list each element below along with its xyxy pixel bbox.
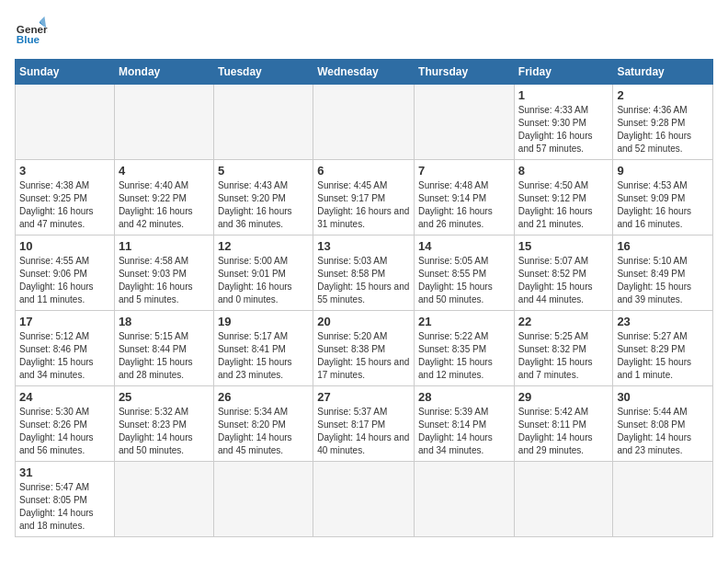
week-row-5: 24Sunrise: 5:30 AMSunset: 8:26 PMDayligh… bbox=[16, 386, 713, 462]
calendar-cell bbox=[213, 85, 313, 160]
day-number: 8 bbox=[518, 164, 609, 178]
calendar-cell: 8Sunrise: 4:50 AMSunset: 9:12 PMDaylight… bbox=[514, 160, 613, 236]
day-header-friday: Friday bbox=[514, 60, 613, 85]
calendar-cell bbox=[213, 462, 313, 537]
day-info: Sunrise: 5:22 AMSunset: 8:35 PMDaylight:… bbox=[418, 330, 510, 382]
day-number: 18 bbox=[119, 315, 210, 328]
calendar-cell: 27Sunrise: 5:37 AMSunset: 8:17 PMDayligh… bbox=[313, 386, 415, 462]
day-info: Sunrise: 4:50 AMSunset: 9:12 PMDaylight:… bbox=[518, 179, 609, 231]
day-header-saturday: Saturday bbox=[613, 60, 713, 85]
day-header-monday: Monday bbox=[114, 60, 213, 85]
day-info: Sunrise: 4:43 AMSunset: 9:20 PMDaylight:… bbox=[218, 179, 309, 231]
day-info: Sunrise: 5:30 AMSunset: 8:26 PMDaylight:… bbox=[19, 406, 110, 457]
day-info: Sunrise: 5:12 AMSunset: 8:46 PMDaylight:… bbox=[19, 330, 110, 382]
calendar-cell: 12Sunrise: 5:00 AMSunset: 9:01 PMDayligh… bbox=[213, 236, 313, 311]
calendar-cell: 18Sunrise: 5:15 AMSunset: 8:44 PMDayligh… bbox=[114, 311, 213, 386]
day-info: Sunrise: 5:42 AMSunset: 8:11 PMDaylight:… bbox=[518, 406, 609, 457]
calendar-cell: 15Sunrise: 5:07 AMSunset: 8:52 PMDayligh… bbox=[514, 236, 613, 311]
day-number: 16 bbox=[617, 239, 709, 253]
day-number: 21 bbox=[418, 315, 510, 328]
calendar-cell bbox=[514, 462, 613, 537]
calendar-cell: 4Sunrise: 4:40 AMSunset: 9:22 PMDaylight… bbox=[114, 160, 213, 236]
day-number: 4 bbox=[119, 164, 210, 178]
calendar-cell bbox=[313, 85, 415, 160]
calendar-cell: 22Sunrise: 5:25 AMSunset: 8:32 PMDayligh… bbox=[514, 311, 613, 386]
day-info: Sunrise: 4:38 AMSunset: 9:25 PMDaylight:… bbox=[19, 179, 110, 231]
calendar-cell: 19Sunrise: 5:17 AMSunset: 8:41 PMDayligh… bbox=[213, 311, 313, 386]
day-info: Sunrise: 5:07 AMSunset: 8:52 PMDaylight:… bbox=[518, 255, 609, 306]
day-header-sunday: Sunday bbox=[16, 60, 115, 85]
calendar-cell bbox=[613, 462, 713, 537]
day-number: 19 bbox=[218, 315, 309, 328]
calendar-cell bbox=[415, 462, 515, 537]
day-number: 5 bbox=[218, 164, 309, 178]
day-info: Sunrise: 5:20 AMSunset: 8:38 PMDaylight:… bbox=[317, 330, 410, 382]
day-number: 10 bbox=[19, 239, 110, 253]
calendar-cell: 2Sunrise: 4:36 AMSunset: 9:28 PMDaylight… bbox=[613, 85, 713, 160]
day-info: Sunrise: 5:03 AMSunset: 8:58 PMDaylight:… bbox=[317, 255, 410, 306]
day-info: Sunrise: 4:53 AMSunset: 9:09 PMDaylight:… bbox=[617, 179, 709, 231]
week-row-6: 31Sunrise: 5:47 AMSunset: 8:05 PMDayligh… bbox=[16, 462, 713, 537]
day-number: 17 bbox=[19, 315, 110, 328]
calendar-cell: 31Sunrise: 5:47 AMSunset: 8:05 PMDayligh… bbox=[16, 462, 115, 537]
calendar-cell: 1Sunrise: 4:33 AMSunset: 9:30 PMDaylight… bbox=[514, 85, 613, 160]
day-number: 14 bbox=[418, 239, 510, 253]
day-number: 9 bbox=[617, 164, 709, 178]
calendar-table: SundayMondayTuesdayWednesdayThursdayFrid… bbox=[15, 59, 713, 537]
day-number: 22 bbox=[518, 315, 609, 328]
day-info: Sunrise: 5:34 AMSunset: 8:20 PMDaylight:… bbox=[218, 406, 309, 457]
day-info: Sunrise: 4:48 AMSunset: 9:14 PMDaylight:… bbox=[418, 179, 510, 231]
calendar-cell: 14Sunrise: 5:05 AMSunset: 8:55 PMDayligh… bbox=[415, 236, 515, 311]
day-info: Sunrise: 5:10 AMSunset: 8:49 PMDaylight:… bbox=[617, 255, 709, 306]
day-info: Sunrise: 5:15 AMSunset: 8:44 PMDaylight:… bbox=[119, 330, 210, 382]
day-number: 15 bbox=[518, 239, 609, 253]
day-number: 25 bbox=[119, 390, 210, 404]
day-info: Sunrise: 5:47 AMSunset: 8:05 PMDaylight:… bbox=[19, 481, 110, 533]
day-header-wednesday: Wednesday bbox=[313, 60, 415, 85]
day-header-thursday: Thursday bbox=[415, 60, 515, 85]
days-of-week-row: SundayMondayTuesdayWednesdayThursdayFrid… bbox=[16, 60, 713, 85]
calendar-cell: 26Sunrise: 5:34 AMSunset: 8:20 PMDayligh… bbox=[213, 386, 313, 462]
calendar-cell: 16Sunrise: 5:10 AMSunset: 8:49 PMDayligh… bbox=[613, 236, 713, 311]
calendar-cell: 11Sunrise: 4:58 AMSunset: 9:03 PMDayligh… bbox=[114, 236, 213, 311]
calendar-cell: 10Sunrise: 4:55 AMSunset: 9:06 PMDayligh… bbox=[16, 236, 115, 311]
day-number: 20 bbox=[317, 315, 410, 328]
day-number: 1 bbox=[518, 88, 609, 102]
day-info: Sunrise: 4:33 AMSunset: 9:30 PMDaylight:… bbox=[518, 104, 609, 155]
calendar-cell: 21Sunrise: 5:22 AMSunset: 8:35 PMDayligh… bbox=[415, 311, 515, 386]
day-info: Sunrise: 4:36 AMSunset: 9:28 PMDaylight:… bbox=[617, 104, 709, 155]
day-number: 11 bbox=[119, 239, 210, 253]
calendar-cell: 13Sunrise: 5:03 AMSunset: 8:58 PMDayligh… bbox=[313, 236, 415, 311]
day-info: Sunrise: 5:05 AMSunset: 8:55 PMDaylight:… bbox=[418, 255, 510, 306]
day-info: Sunrise: 5:27 AMSunset: 8:29 PMDaylight:… bbox=[617, 330, 709, 382]
day-info: Sunrise: 5:00 AMSunset: 9:01 PMDaylight:… bbox=[218, 255, 309, 306]
logo: General Blue bbox=[15, 15, 48, 48]
day-info: Sunrise: 5:39 AMSunset: 8:14 PMDaylight:… bbox=[418, 406, 510, 457]
day-header-tuesday: Tuesday bbox=[213, 60, 313, 85]
calendar-cell: 7Sunrise: 4:48 AMSunset: 9:14 PMDaylight… bbox=[415, 160, 515, 236]
calendar-cell: 9Sunrise: 4:53 AMSunset: 9:09 PMDaylight… bbox=[613, 160, 713, 236]
day-info: Sunrise: 4:58 AMSunset: 9:03 PMDaylight:… bbox=[119, 255, 210, 306]
day-info: Sunrise: 5:37 AMSunset: 8:17 PMDaylight:… bbox=[317, 406, 410, 457]
calendar-cell bbox=[415, 85, 515, 160]
calendar-cell bbox=[16, 85, 115, 160]
calendar-cell bbox=[114, 462, 213, 537]
day-number: 26 bbox=[218, 390, 309, 404]
day-number: 13 bbox=[317, 239, 410, 253]
day-number: 30 bbox=[617, 390, 709, 404]
day-number: 31 bbox=[19, 465, 110, 479]
calendar-cell: 24Sunrise: 5:30 AMSunset: 8:26 PMDayligh… bbox=[16, 386, 115, 462]
day-number: 3 bbox=[19, 164, 110, 178]
calendar-cell bbox=[313, 462, 415, 537]
day-number: 2 bbox=[617, 88, 709, 102]
logo-icon: General Blue bbox=[15, 15, 48, 48]
day-number: 6 bbox=[317, 164, 410, 178]
calendar-cell: 25Sunrise: 5:32 AMSunset: 8:23 PMDayligh… bbox=[114, 386, 213, 462]
calendar-cell: 29Sunrise: 5:42 AMSunset: 8:11 PMDayligh… bbox=[514, 386, 613, 462]
day-number: 27 bbox=[317, 390, 410, 404]
week-row-4: 17Sunrise: 5:12 AMSunset: 8:46 PMDayligh… bbox=[16, 311, 713, 386]
calendar-body: 1Sunrise: 4:33 AMSunset: 9:30 PMDaylight… bbox=[16, 85, 713, 537]
day-number: 7 bbox=[418, 164, 510, 178]
calendar-cell: 6Sunrise: 4:45 AMSunset: 9:17 PMDaylight… bbox=[313, 160, 415, 236]
day-info: Sunrise: 5:32 AMSunset: 8:23 PMDaylight:… bbox=[119, 406, 210, 457]
